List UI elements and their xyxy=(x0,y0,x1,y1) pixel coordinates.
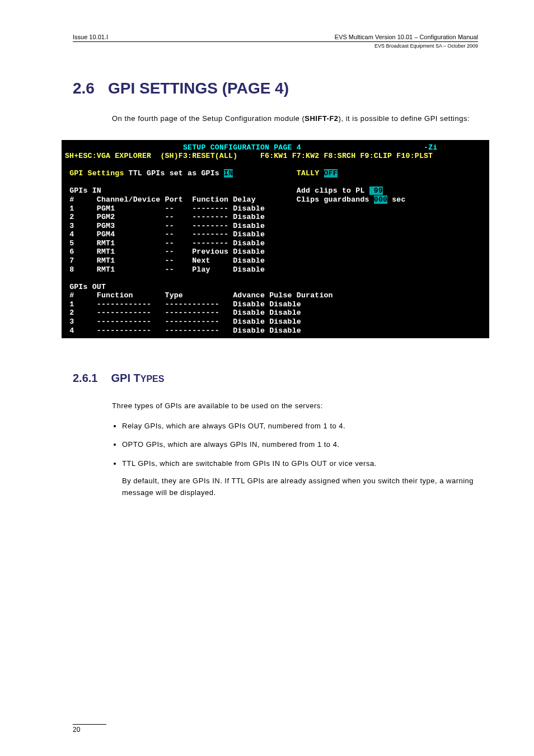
gpi-types-list: Relay GPIs, which are always GPIs OUT, n… xyxy=(112,419,478,470)
subsection-number: 2.6.1 xyxy=(73,372,97,385)
page-header: Issue 10.01.I EVS Multicam Version 10.01… xyxy=(73,34,478,42)
list-item: OPTO GPIs, which are always GPIs IN, num… xyxy=(122,438,478,451)
section-intro: On the fourth page of the Setup Configur… xyxy=(112,113,478,124)
section-title-text: GPI SETTINGS (PAGE 4) xyxy=(108,80,289,97)
subsection-heading: 2.6.1 GPI TYPES xyxy=(73,372,478,385)
section-number: 2.6 xyxy=(73,80,95,97)
list-item: TTL GPIs, which are switchable from GPIs… xyxy=(122,457,478,470)
subsection-intro: Three types of GPIs are available to be … xyxy=(112,400,478,412)
issue-label: Issue 10.01.I xyxy=(73,34,108,40)
shortcut-key: SHIFT-F2 xyxy=(305,114,338,123)
list-item: Relay GPIs, which are always GPIs OUT, n… xyxy=(122,419,478,432)
section-heading: 2.6 GPI SETTINGS (PAGE 4) xyxy=(73,80,478,97)
ttl-default-note: By default, they are GPIs IN. If TTL GPI… xyxy=(122,475,478,499)
manual-subtitle: EVS Broadcast Equipment SA – October 200… xyxy=(73,43,478,49)
terminal-screenshot: SETUP CONFIGURATION PAGE 4 -Zi SH+ESC:VG… xyxy=(62,140,489,339)
manual-title: EVS Multicam Version 10.01 – Configurati… xyxy=(335,34,478,40)
page-number: 20 xyxy=(73,724,106,734)
subsection-title-text: GPI TYPES xyxy=(111,372,164,385)
